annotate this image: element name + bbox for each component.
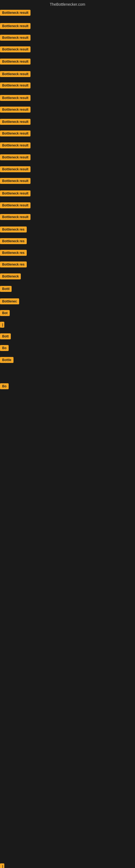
bottleneck-badge: Bottleneck result (0, 166, 31, 172)
bottleneck-badge: | (0, 322, 4, 328)
bottleneck-badge: Bottleneck (0, 273, 21, 279)
bottleneck-badge: Bottleneck result (0, 59, 31, 65)
bottleneck-badge: Bottleneck result (0, 35, 31, 41)
bottleneck-badge: Bo (0, 345, 9, 351)
bottleneck-badge: Bottle (0, 357, 13, 363)
bottleneck-badge: Bottleneck result (0, 71, 31, 77)
bottleneck-badge: | (0, 863, 4, 868)
bottleneck-badge: Bottleneck result (0, 130, 31, 136)
bottleneck-badge: Bottleneck result (0, 154, 31, 160)
bottleneck-badge: Bottleneck result (0, 214, 31, 220)
bottleneck-badge: Bottleneck result (0, 178, 31, 184)
bottleneck-badge: Bottleneck result (0, 10, 31, 16)
bottleneck-badge: Bot (0, 310, 10, 316)
bottleneck-badge: Bottleneck result (0, 95, 31, 101)
bottleneck-badge: Bottleneck res (0, 226, 27, 232)
bottleneck-badge: Bottleneck result (0, 203, 31, 208)
site-title: TheBottlenecker.com (0, 0, 135, 8)
bottleneck-badge: Bo (0, 383, 9, 389)
bottleneck-badge: Bottleneck result (0, 46, 31, 52)
bottleneck-badge: Bottleneck result (0, 143, 31, 148)
bottleneck-badge: Bottleneck result (0, 106, 31, 113)
bottleneck-badge: Bottleneck res (0, 238, 27, 244)
bottleneck-badge: Bottleneck res (0, 250, 27, 256)
bottleneck-badge: Bottleneck result (0, 119, 31, 125)
bottleneck-badge: Bottleneck result (0, 83, 31, 88)
bottleneck-badge: Bottleneck res (0, 261, 27, 268)
bottleneck-badge: Bottl (0, 286, 12, 292)
bottleneck-badge: Bottlenec (0, 299, 19, 304)
bottleneck-badge: Bott (0, 333, 11, 339)
bottleneck-badge: Bottleneck result (0, 190, 31, 196)
bottleneck-badge: Bottleneck result (0, 23, 31, 29)
